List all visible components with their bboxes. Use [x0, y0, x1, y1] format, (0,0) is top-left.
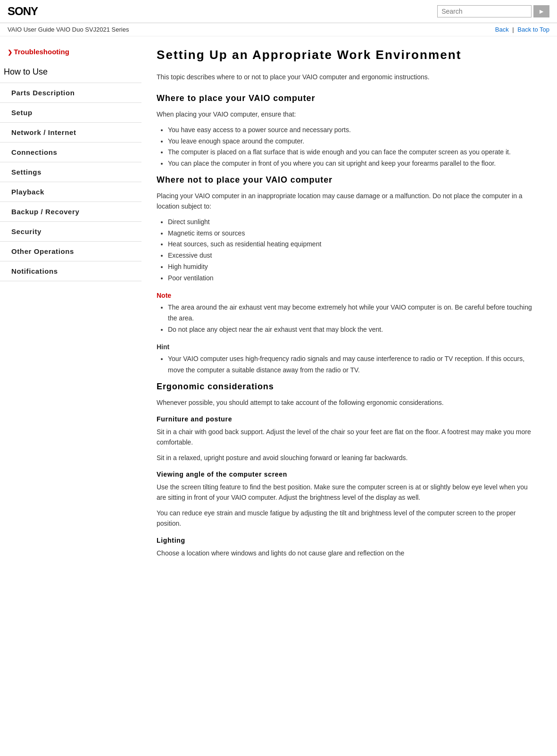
list-item: Do not place any object near the air exh…: [168, 324, 532, 336]
subheader: VAIO User Guide VAIO Duo SVJ2021 Series …: [0, 23, 557, 36]
furniture-heading: Furniture and posture: [157, 415, 532, 423]
sidebar-item-setup[interactable]: Setup: [0, 102, 141, 122]
list-item: The computer is placed on a flat surface…: [168, 147, 532, 158]
subsection-furniture: Furniture and posture Sit in a chair wit…: [157, 415, 532, 463]
list-item: Magnetic items or sources: [168, 228, 532, 239]
subheader-nav: Back | Back to Top: [495, 26, 549, 33]
back-link[interactable]: Back: [495, 26, 509, 33]
layout: Troubleshooting How to Use Parts Descrip…: [0, 36, 557, 755]
list-item: Your VAIO computer uses high-frequency r…: [168, 353, 532, 376]
search-area: ►: [437, 5, 549, 17]
list-item: Direct sunlight: [168, 217, 532, 228]
sidebar-item-backup-recovery[interactable]: Backup / Recovery: [0, 202, 141, 221]
hint-heading: Hint: [157, 343, 532, 351]
furniture-para-1: Sit in a chair with good back support. A…: [157, 427, 532, 448]
list-item: You can place the computer in front of y…: [168, 158, 532, 169]
list-item: High humidity: [168, 261, 532, 273]
furniture-para-2: Sit in a relaxed, upright posture and av…: [157, 453, 532, 463]
lighting-heading: Lighting: [157, 537, 532, 544]
sidebar-item-parts-description[interactable]: Parts Description: [0, 83, 141, 102]
where-not-to-place-list: Direct sunlightMagnetic items or sources…: [157, 217, 532, 284]
list-item: You leave enough space around the comput…: [168, 136, 532, 147]
where-to-place-intro: When placing your VAIO computer, ensure …: [157, 109, 532, 119]
viewing-angle-heading: Viewing angle of the computer screen: [157, 470, 532, 478]
section-where-to-place: Where to place your VAIO computer When p…: [157, 93, 532, 169]
viewing-para-1: Use the screen tilting feature to find t…: [157, 482, 532, 503]
nav-separator: |: [512, 26, 514, 33]
list-item: Excessive dust: [168, 250, 532, 261]
sidebar-item-connections[interactable]: Connections: [0, 142, 141, 162]
subsection-viewing-angle: Viewing angle of the computer screen Use…: [157, 470, 532, 529]
list-item: You have easy access to a power source a…: [168, 125, 532, 136]
back-to-top-link[interactable]: Back to Top: [517, 26, 549, 33]
sidebar-item-security[interactable]: Security: [0, 221, 141, 241]
main-content: Setting Up an Appropriate Work Environme…: [141, 36, 547, 755]
viewing-para-2: You can reduce eye strain and muscle fat…: [157, 508, 532, 529]
sidebar-section-title: How to Use: [0, 63, 141, 79]
header: SONY ►: [0, 0, 557, 23]
sidebar-troubleshooting[interactable]: Troubleshooting: [0, 44, 141, 63]
sidebar-item-playback[interactable]: Playback: [0, 182, 141, 202]
hint-section: Hint Your VAIO computer uses high-freque…: [157, 343, 532, 376]
list-item: The area around the air exhaust vent may…: [168, 302, 532, 325]
sidebar: Troubleshooting How to Use Parts Descrip…: [0, 36, 141, 755]
subsection-lighting: Lighting Choose a location where windows…: [157, 537, 532, 558]
where-to-place-list: You have easy access to a power source a…: [157, 125, 532, 169]
sidebar-item-notifications[interactable]: Notifications: [0, 261, 141, 281]
where-not-to-place-intro: Placing your VAIO computer in an inappro…: [157, 191, 532, 212]
search-input[interactable]: [437, 5, 532, 17]
sony-logo: SONY: [8, 5, 38, 18]
page-title: Setting Up an Appropriate Work Environme…: [157, 48, 532, 62]
note-heading: Note: [157, 292, 532, 299]
sidebar-item-other-operations[interactable]: Other Operations: [0, 241, 141, 261]
note-list: The area around the air exhaust vent may…: [157, 302, 532, 336]
section-where-not-to-place: Where not to place your VAIO computer Pl…: [157, 175, 532, 376]
hint-list: Your VAIO computer uses high-frequency r…: [157, 353, 532, 376]
list-item: Poor ventilation: [168, 273, 532, 284]
intro-paragraph: This topic describes where to or not to …: [157, 72, 532, 82]
section-ergonomic: Ergonomic considerations Whenever possib…: [157, 382, 532, 559]
section-heading-ergonomic: Ergonomic considerations: [157, 382, 532, 392]
section-heading-where-to-place: Where to place your VAIO computer: [157, 93, 532, 103]
note-section: Note The area around the air exhaust ven…: [157, 292, 532, 336]
search-button[interactable]: ►: [533, 5, 549, 17]
sidebar-items: Parts DescriptionSetupNetwork / Internet…: [0, 83, 141, 281]
sidebar-item-network-internet[interactable]: Network / Internet: [0, 122, 141, 142]
subheader-title: VAIO User Guide VAIO Duo SVJ2021 Series: [8, 26, 129, 33]
list-item: Heat sources, such as residential heatin…: [168, 239, 532, 250]
ergonomic-intro: Whenever possible, you should attempt to…: [157, 397, 532, 408]
sidebar-item-settings[interactable]: Settings: [0, 162, 141, 182]
section-heading-where-not-to-place: Where not to place your VAIO computer: [157, 175, 532, 185]
lighting-para-1: Choose a location where windows and ligh…: [157, 548, 532, 558]
